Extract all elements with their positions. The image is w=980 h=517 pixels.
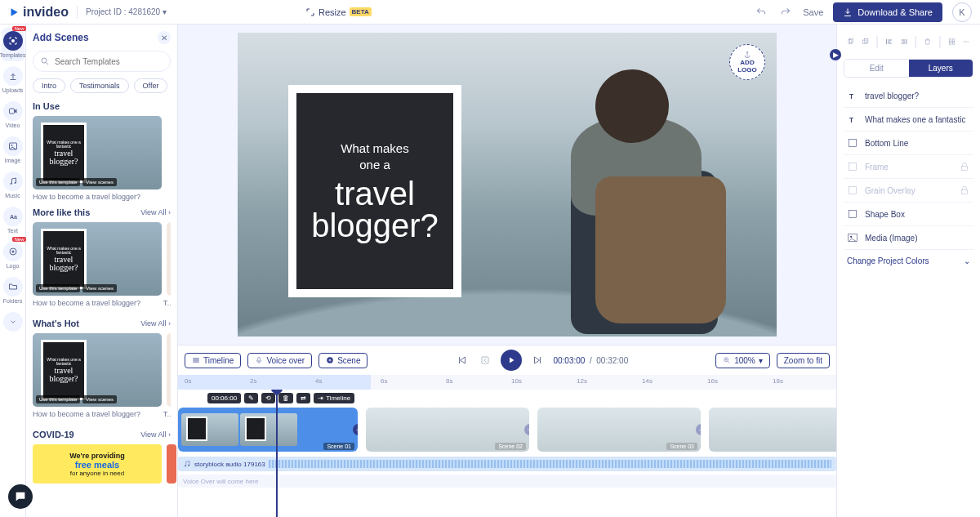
frame-back-button[interactable]: [478, 353, 492, 368]
transition-handle[interactable]: ⇥: [353, 424, 358, 435]
layer-text-2[interactable]: TWhat makes one a fantastic: [844, 108, 973, 131]
scene-timeline-link[interactable]: ⇥ Timeline: [314, 393, 354, 403]
view-all[interactable]: View All ›: [140, 319, 171, 328]
undo-button[interactable]: [754, 5, 768, 20]
save-button[interactable]: Save: [803, 7, 823, 17]
scene-clip-3[interactable]: Scene 03⇥: [537, 408, 701, 452]
lock-icon[interactable]: [959, 185, 970, 196]
transition-handle[interactable]: ⇥: [696, 424, 701, 435]
svg-rect-33: [849, 163, 856, 170]
timeline-tab[interactable]: Timeline: [185, 353, 241, 368]
rail-logo[interactable]: New Logo: [2, 238, 24, 272]
tab-layers[interactable]: Layers: [909, 60, 973, 77]
svg-text:Aa: Aa: [10, 214, 17, 220]
download-share-button[interactable]: Download & Share: [833, 2, 942, 22]
undo-icon: [755, 7, 767, 18]
chat-fab[interactable]: [8, 484, 33, 509]
layer-text-1[interactable]: Ttravel blogger?: [844, 84, 973, 108]
lock-icon[interactable]: [959, 161, 970, 172]
ruler[interactable]: 0s 2s 4s 6s 8s 10s 12s 14s 16s 18s 20s 2…: [178, 375, 836, 390]
skip-forward-button[interactable]: [530, 353, 545, 368]
chevron-down-icon: ⌄: [964, 256, 970, 265]
scene-clip-1[interactable]: Scene 01 ⇥: [178, 408, 358, 452]
template-thumb[interactable]: What makes one a fantastictravel blogger…: [33, 222, 162, 296]
svg-point-39: [850, 236, 852, 238]
layer-bottom-line[interactable]: Bottom Line: [844, 131, 973, 155]
rail-video[interactable]: Video: [2, 98, 24, 131]
rail-text[interactable]: Aa Text: [2, 203, 24, 237]
duplicate-icon[interactable]: [862, 36, 870, 47]
panel-close[interactable]: ✕: [158, 31, 171, 44]
zoom-dropdown[interactable]: 100% ▾: [715, 353, 770, 368]
chip-offer[interactable]: Offer: [134, 78, 168, 93]
change-project-colors[interactable]: Change Project Colors⌄: [844, 250, 973, 272]
rail-collapse[interactable]: [3, 312, 23, 332]
more-icon[interactable]: [962, 36, 970, 47]
rail-uploads[interactable]: Uploads: [2, 63, 24, 96]
search-templates[interactable]: [33, 51, 171, 72]
svg-rect-23: [950, 39, 951, 41]
expand-right-icon[interactable]: ▶: [830, 49, 841, 60]
svg-point-29: [968, 41, 969, 42]
ruler-highlight: [178, 375, 371, 390]
view-all[interactable]: View All ›: [140, 430, 171, 439]
align-left-icon[interactable]: [885, 36, 893, 47]
align-right-icon[interactable]: [900, 36, 908, 47]
promo-thumb-partial[interactable]: [167, 444, 176, 484]
rail-image[interactable]: Image: [2, 133, 24, 167]
play-button[interactable]: [501, 350, 522, 371]
scene-delete[interactable]: 🗑: [278, 393, 293, 403]
trash-icon[interactable]: [924, 36, 932, 47]
scene-time[interactable]: 00:06:00: [207, 393, 241, 403]
chip-testimonials[interactable]: Testimonials: [70, 78, 129, 93]
svg-point-9: [11, 251, 14, 253]
add-scene-button[interactable]: Scene: [318, 353, 368, 368]
rail-music[interactable]: Music: [2, 168, 24, 202]
view-all[interactable]: View All ›: [140, 208, 171, 216]
scene-swap[interactable]: ⇄: [296, 393, 310, 403]
layer-frame[interactable]: Frame: [844, 155, 973, 179]
redo-button[interactable]: [778, 5, 793, 20]
scene-clip-4[interactable]: Scene 04⇥: [709, 408, 836, 452]
canvas[interactable]: What makesone a travelblogger? ADDLOGO: [238, 33, 777, 336]
resize-button[interactable]: Resize BETA: [305, 7, 372, 17]
template-thumb[interactable]: What makes one a fantastictravel blogger…: [33, 333, 162, 407]
layer-shape-box[interactable]: Shape Box: [844, 203, 973, 226]
search-input[interactable]: [55, 57, 163, 66]
chip-intro[interactable]: Intro: [33, 78, 65, 93]
add-logo-placeholder[interactable]: ADDLOGO: [729, 44, 765, 80]
text-icon: T: [847, 114, 858, 125]
playhead[interactable]: [276, 390, 278, 517]
anchor-icon: [743, 51, 751, 59]
skip-back-button[interactable]: [455, 353, 470, 368]
promo-thumb[interactable]: We're providing free meals for anyone in…: [33, 444, 162, 484]
rail-folders[interactable]: Folders: [2, 274, 24, 307]
template-thumb-partial[interactable]: [167, 222, 171, 296]
shape-icon: [847, 161, 858, 172]
brand-logo[interactable]: invideo: [8, 5, 69, 20]
scene-duplicate[interactable]: ⟲: [261, 393, 275, 403]
svg-rect-35: [849, 186, 856, 194]
rail-templates[interactable]: New Templates: [2, 28, 24, 61]
shape-icon: [847, 208, 858, 220]
layer-grain-overlay[interactable]: Grain Overlay: [844, 179, 973, 203]
play-icon: [8, 7, 20, 18]
text-card[interactable]: What makesone a travelblogger?: [288, 85, 461, 297]
copy-icon[interactable]: [847, 36, 855, 47]
user-avatar[interactable]: K: [952, 2, 972, 22]
shape-icon: [847, 185, 858, 196]
voiceover-tab[interactable]: Voice over: [247, 353, 312, 368]
project-id[interactable]: Project ID : 4281620 ▾: [86, 7, 167, 16]
zoom-to-fit-button[interactable]: Zoom to fit: [777, 353, 830, 368]
tab-edit[interactable]: Edit: [844, 60, 909, 77]
template-thumb[interactable]: What makes one a fantastictravel blogger…: [33, 116, 162, 189]
grid-icon[interactable]: [948, 36, 956, 47]
template-thumb-partial[interactable]: [167, 333, 171, 407]
section-covid: COVID-19: [33, 430, 74, 439]
transition-handle[interactable]: ⇥: [524, 424, 529, 435]
layer-media-image[interactable]: Media (Image): [844, 226, 973, 250]
right-panel: | | | Edit Layers Ttravel blogger? TWhat…: [836, 25, 980, 517]
scene-edit[interactable]: ✎: [244, 393, 258, 403]
scene-clip-2[interactable]: Scene 02⇥: [366, 408, 529, 452]
svg-rect-24: [953, 39, 955, 41]
